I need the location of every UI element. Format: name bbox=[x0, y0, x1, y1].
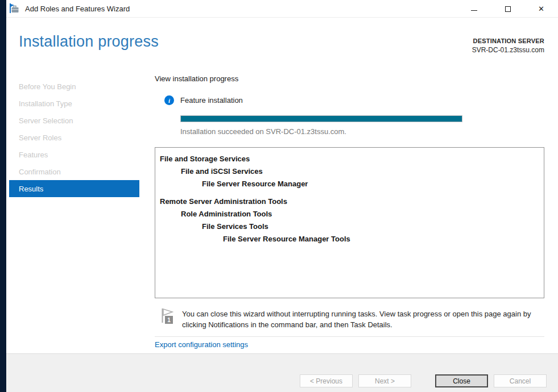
installation-progress-bar bbox=[180, 115, 462, 122]
export-configuration-link[interactable]: Export configuration settings bbox=[155, 340, 248, 349]
sidebar-step-label: Server Roles bbox=[19, 134, 61, 142]
sidebar-step-label: Confirmation bbox=[19, 168, 61, 176]
wizard-button[interactable]: Next > bbox=[358, 374, 411, 387]
wizard-button-label: Next > bbox=[375, 377, 395, 385]
sidebar-step-item[interactable]: Results bbox=[9, 180, 139, 197]
installed-feature-item: File Server Resource Manager bbox=[155, 178, 544, 190]
info-icon: i bbox=[164, 95, 174, 105]
installed-feature-item: File Server Resource Manager Tools bbox=[155, 233, 544, 245]
wizard-app-icon bbox=[9, 3, 20, 14]
installed-feature-label: File Services Tools bbox=[202, 222, 268, 231]
page-title: Installation progress bbox=[19, 33, 159, 51]
view-progress-label: View installation progress bbox=[155, 74, 238, 83]
installed-feature-label: Remote Server Administration Tools bbox=[160, 197, 287, 206]
minimize-icon bbox=[471, 10, 477, 11]
sidebar-step-item[interactable]: Features bbox=[9, 146, 139, 163]
installed-feature-label: File Server Resource Manager bbox=[202, 180, 308, 188]
installed-feature-item: Remote Server Administration Tools bbox=[155, 195, 544, 208]
close-icon: ✕ bbox=[538, 5, 544, 12]
window-controls: ✕ bbox=[457, 0, 558, 18]
note-separator bbox=[155, 336, 544, 337]
minimize-button[interactable] bbox=[457, 0, 491, 18]
notification-flag-icon: 1 bbox=[160, 308, 176, 328]
wizard-button-row: < Previous Next > Close Cancel bbox=[294, 374, 547, 387]
installed-features-box: File and Storage Services File and iSCSI… bbox=[155, 147, 544, 298]
installed-feature-item: Role Administration Tools bbox=[155, 208, 544, 220]
sidebar-step-item[interactable]: Before You Begin bbox=[9, 78, 139, 95]
destination-server-block: DESTINATION SERVER SVR-DC-01.z3tssu.com bbox=[472, 37, 544, 54]
sidebar-step-label: Results bbox=[19, 185, 43, 193]
feature-installation-row: i Feature installation bbox=[164, 95, 243, 105]
sidebar-step-label: Before You Begin bbox=[19, 82, 76, 91]
installed-feature-label: File Server Resource Manager Tools bbox=[223, 235, 350, 243]
maximize-icon bbox=[505, 6, 511, 12]
sidebar-step-label: Installation Type bbox=[19, 99, 72, 108]
close-window-button[interactable]: ✕ bbox=[524, 0, 558, 18]
sidebar-step-item[interactable]: Server Roles bbox=[9, 129, 139, 146]
installed-feature-label: File and iSCSI Services bbox=[181, 167, 263, 176]
destination-server-name: SVR-DC-01.z3tssu.com bbox=[472, 46, 544, 54]
maximize-button[interactable] bbox=[491, 0, 524, 18]
parent-window-edge bbox=[0, 0, 6, 392]
footer-bar: < Previous Next > Close Cancel bbox=[6, 353, 558, 392]
destination-server-label: DESTINATION SERVER bbox=[472, 37, 544, 44]
feature-installation-label: Feature installation bbox=[180, 96, 243, 105]
wizard-button[interactable]: < Previous bbox=[300, 374, 353, 387]
installed-feature-label: Role Administration Tools bbox=[181, 210, 272, 218]
wizard-steps-sidebar: Before You Begin Installation Type Serve… bbox=[9, 78, 139, 197]
wizard-button-label: < Previous bbox=[310, 377, 342, 385]
wizard-button[interactable]: Cancel bbox=[494, 374, 547, 387]
title-bar: Add Roles and Features Wizard ✕ bbox=[6, 0, 558, 18]
sidebar-step-item[interactable]: Server Selection bbox=[9, 112, 139, 129]
installed-feature-item: File and iSCSI Services bbox=[155, 165, 544, 178]
notification-badge-count: 1 bbox=[167, 317, 171, 323]
sidebar-step-item[interactable]: Confirmation bbox=[9, 163, 139, 180]
installation-status-text: Installation succeeded on SVR-DC-01.z3ts… bbox=[180, 127, 346, 136]
installed-feature-item: File and Storage Services bbox=[155, 153, 544, 165]
wizard-button[interactable]: Close bbox=[435, 374, 488, 387]
wizard-button-label: Cancel bbox=[510, 377, 531, 385]
sidebar-step-label: Features bbox=[19, 151, 48, 159]
installation-progress-fill bbox=[181, 116, 462, 122]
window-title: Add Roles and Features Wizard bbox=[25, 5, 130, 13]
sidebar-step-label: Server Selection bbox=[19, 116, 73, 125]
installed-feature-item: File Services Tools bbox=[155, 220, 544, 233]
closing-note-text: You can close this wizard without interr… bbox=[182, 308, 538, 330]
sidebar-step-item[interactable]: Installation Type bbox=[9, 95, 139, 112]
installed-feature-label: File and Storage Services bbox=[160, 155, 250, 163]
wizard-button-label: Close bbox=[453, 377, 470, 385]
